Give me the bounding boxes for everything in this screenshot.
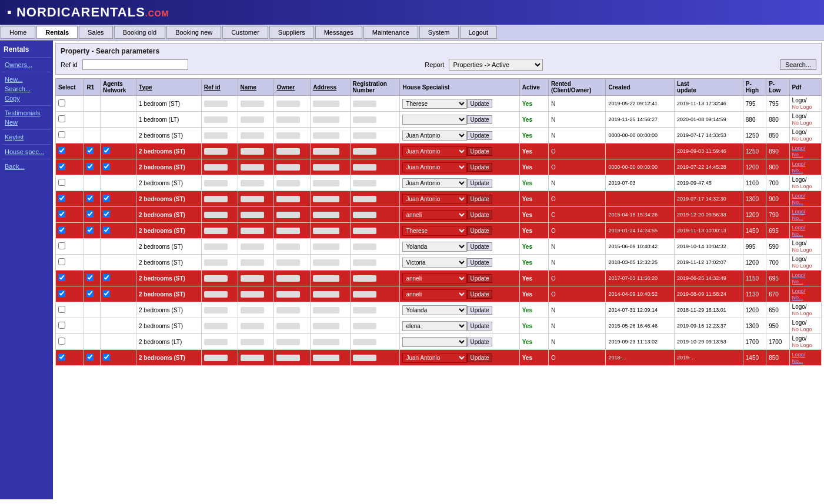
- specialist-select[interactable]: Therese: [402, 226, 467, 236]
- update-button[interactable]: Update: [467, 290, 492, 299]
- update-button[interactable]: Update: [467, 147, 492, 156]
- table-container[interactable]: Select R1 AgentsNetwork Type Ref id Name…: [55, 78, 822, 366]
- update-button[interactable]: Update: [467, 338, 492, 346]
- row-checkbox[interactable]: [58, 338, 65, 345]
- ref-id-input[interactable]: [82, 59, 188, 70]
- cell-r1: [84, 223, 100, 239]
- nav-suppliers[interactable]: Suppliers: [269, 26, 314, 39]
- row-checkbox[interactable]: [58, 226, 65, 233]
- row-checkbox[interactable]: [58, 353, 65, 361]
- nav-logout[interactable]: Logout: [460, 26, 498, 39]
- specialist-select[interactable]: Juan Antonio: [402, 178, 467, 188]
- update-button[interactable]: Update: [467, 353, 492, 362]
- specialist-select[interactable]: Yolanda: [402, 305, 467, 315]
- specialist-select[interactable]: anneli: [402, 210, 467, 220]
- row-checkbox[interactable]: [58, 258, 65, 265]
- specialist-select[interactable]: Juan Antonio: [402, 194, 467, 204]
- update-button[interactable]: Update: [467, 99, 492, 108]
- no-logo-link[interactable]: No...: [792, 231, 803, 237]
- nav-booking-old[interactable]: Booking old: [114, 26, 166, 39]
- nav-maintenance[interactable]: Maintenance: [363, 26, 418, 39]
- sidebar-link-house-spec[interactable]: House spec...: [2, 147, 51, 156]
- row-checkbox[interactable]: [58, 274, 65, 281]
- sidebar-link-testimonials[interactable]: Testimonials: [2, 108, 51, 118]
- sidebar-link-keylist[interactable]: Keylist: [2, 132, 51, 142]
- nav-rentals[interactable]: Rentals: [36, 26, 78, 39]
- col-refid[interactable]: Ref id: [201, 79, 238, 96]
- no-logo-link[interactable]: No...: [792, 199, 803, 205]
- specialist-select[interactable]: elena: [402, 321, 467, 331]
- pdf-link[interactable]: Logo/: [792, 145, 806, 151]
- row-checkbox[interactable]: [58, 131, 65, 138]
- update-button[interactable]: Update: [467, 242, 492, 251]
- row-checkbox[interactable]: [58, 242, 65, 249]
- specialist-select[interactable]: anneli: [402, 289, 467, 299]
- pdf-link[interactable]: Logo/: [792, 288, 806, 294]
- row-checkbox[interactable]: [58, 163, 65, 170]
- nav-system[interactable]: System: [419, 26, 459, 39]
- sidebar-link-back[interactable]: Back...: [2, 162, 51, 171]
- update-button[interactable]: Update: [467, 195, 492, 203]
- nav-sales[interactable]: Sales: [79, 26, 113, 39]
- nav-customer[interactable]: Customer: [222, 26, 268, 39]
- col-type[interactable]: Type: [136, 79, 202, 96]
- report-select[interactable]: Properties -> Active Properties -> All P…: [449, 59, 543, 71]
- cell-r1: [84, 112, 100, 128]
- update-button[interactable]: Update: [467, 115, 492, 124]
- sidebar-link-copy[interactable]: Copy: [2, 94, 51, 103]
- no-logo-link[interactable]: No...: [792, 152, 803, 158]
- no-logo-link[interactable]: No...: [792, 168, 803, 173]
- pdf-link[interactable]: Logo/: [792, 272, 806, 278]
- specialist-select[interactable]: anneli: [402, 273, 467, 283]
- specialist-select[interactable]: [402, 337, 467, 347]
- update-button[interactable]: Update: [467, 179, 492, 188]
- specialist-select[interactable]: Yolanda: [402, 242, 467, 252]
- row-checkbox[interactable]: [58, 306, 65, 313]
- update-button[interactable]: Update: [467, 306, 492, 315]
- cell-pdf: Logo/No...: [789, 159, 821, 175]
- specialist-select[interactable]: Therese: [402, 99, 467, 109]
- sidebar-link-owners[interactable]: Owners...: [2, 60, 51, 69]
- no-logo-link[interactable]: No...: [792, 279, 803, 285]
- search-button[interactable]: Search...: [780, 59, 816, 70]
- specialist-select[interactable]: Juan Antonio: [402, 131, 467, 141]
- no-logo-link[interactable]: No...: [792, 358, 803, 364]
- update-button[interactable]: Update: [467, 274, 492, 283]
- sidebar-link-testimonials-new[interactable]: New: [2, 118, 51, 127]
- row-checkbox[interactable]: [58, 211, 65, 218]
- update-button[interactable]: Update: [467, 163, 492, 172]
- nav-messages[interactable]: Messages: [315, 26, 362, 39]
- pdf-link[interactable]: Logo/: [792, 193, 806, 199]
- specialist-select[interactable]: Victoria: [402, 258, 467, 268]
- row-checkbox[interactable]: [58, 322, 65, 329]
- nav-booking-new[interactable]: Booking new: [166, 26, 221, 39]
- sidebar-link-new[interactable]: New...: [2, 75, 51, 84]
- pdf-link[interactable]: Logo/: [792, 352, 806, 358]
- update-button[interactable]: Update: [467, 322, 492, 331]
- pdf-link[interactable]: Logo/: [792, 209, 806, 215]
- no-logo-link[interactable]: No...: [792, 295, 803, 301]
- specialist-select[interactable]: Juan Antonio: [402, 146, 467, 156]
- specialist-select[interactable]: Juan Antonio: [402, 162, 467, 172]
- nav-home[interactable]: Home: [1, 26, 35, 39]
- row-checkbox[interactable]: [58, 115, 65, 122]
- update-button[interactable]: Update: [467, 131, 492, 140]
- specialist-select[interactable]: [402, 115, 467, 125]
- row-checkbox[interactable]: [58, 195, 65, 202]
- col-address[interactable]: Address: [311, 79, 350, 96]
- update-button[interactable]: Update: [467, 258, 492, 267]
- no-logo-link[interactable]: No...: [792, 215, 803, 221]
- cell-p-high: 1100: [743, 175, 766, 191]
- pdf-link[interactable]: Logo/: [792, 161, 806, 167]
- row-checkbox[interactable]: [58, 147, 65, 154]
- row-checkbox[interactable]: [58, 99, 65, 106]
- pdf-link[interactable]: Logo/: [792, 225, 806, 231]
- update-button[interactable]: Update: [467, 211, 492, 219]
- update-button[interactable]: Update: [467, 226, 492, 235]
- col-name[interactable]: Name: [238, 79, 274, 96]
- row-checkbox[interactable]: [58, 290, 65, 297]
- sidebar-link-search[interactable]: Search...: [2, 84, 51, 94]
- col-owner[interactable]: Owner: [274, 79, 311, 96]
- specialist-select[interactable]: Juan Antonio: [402, 353, 467, 363]
- row-checkbox[interactable]: [58, 179, 65, 186]
